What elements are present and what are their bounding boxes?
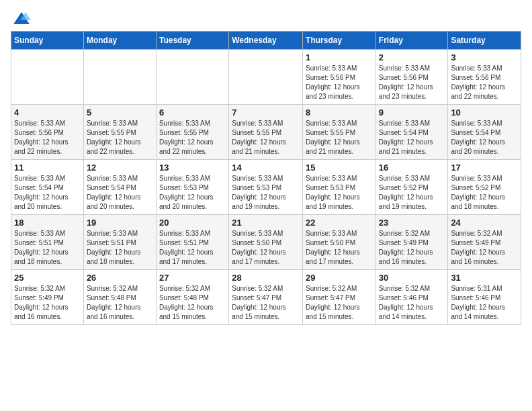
logo-icon	[12, 11, 31, 26]
calendar-cell	[229, 50, 303, 105]
calendar-cell: 2Sunrise: 5:33 AM Sunset: 5:56 PM Daylig…	[375, 50, 448, 105]
day-info: Sunrise: 5:33 AM Sunset: 5:54 PM Dayligh…	[379, 119, 445, 156]
day-number: 15	[306, 163, 373, 173]
day-number: 20	[159, 218, 226, 228]
calendar-cell: 27Sunrise: 5:32 AM Sunset: 5:48 PM Dayli…	[156, 270, 228, 325]
calendar-cell: 8Sunrise: 5:33 AM Sunset: 5:55 PM Daylig…	[303, 105, 376, 160]
day-number: 9	[379, 107, 445, 118]
day-info: Sunrise: 5:33 AM Sunset: 5:55 PM Dayligh…	[87, 119, 153, 156]
calendar-cell: 15Sunrise: 5:33 AM Sunset: 5:53 PM Dayli…	[303, 160, 376, 215]
calendar-cell: 17Sunrise: 5:33 AM Sunset: 5:52 PM Dayli…	[448, 160, 521, 215]
day-info: Sunrise: 5:33 AM Sunset: 5:50 PM Dayligh…	[306, 229, 373, 267]
day-info: Sunrise: 5:33 AM Sunset: 5:53 PM Dayligh…	[232, 174, 300, 212]
day-info: Sunrise: 5:33 AM Sunset: 5:53 PM Dayligh…	[159, 174, 226, 212]
weekday-header-wednesday: Wednesday	[229, 32, 303, 50]
day-info: Sunrise: 5:33 AM Sunset: 5:50 PM Dayligh…	[232, 229, 300, 267]
calendar-week-2: 4Sunrise: 5:33 AM Sunset: 5:56 PM Daylig…	[11, 105, 521, 160]
day-info: Sunrise: 5:33 AM Sunset: 5:56 PM Dayligh…	[306, 64, 373, 101]
calendar-cell: 26Sunrise: 5:32 AM Sunset: 5:48 PM Dayli…	[83, 270, 156, 325]
day-number: 17	[451, 163, 518, 173]
calendar-cell	[156, 50, 228, 105]
day-number: 8	[306, 107, 373, 118]
day-number: 21	[232, 218, 300, 228]
weekday-header-saturday: Saturday	[448, 32, 521, 50]
day-number: 13	[159, 163, 226, 173]
calendar-cell	[11, 50, 84, 105]
calendar-cell: 11Sunrise: 5:33 AM Sunset: 5:54 PM Dayli…	[11, 160, 84, 215]
day-info: Sunrise: 5:33 AM Sunset: 5:54 PM Dayligh…	[451, 119, 518, 156]
day-number: 18	[14, 218, 81, 228]
day-info: Sunrise: 5:33 AM Sunset: 5:53 PM Dayligh…	[306, 174, 373, 212]
day-number: 1	[306, 52, 373, 62]
calendar-cell: 5Sunrise: 5:33 AM Sunset: 5:55 PM Daylig…	[83, 105, 156, 160]
calendar-cell: 12Sunrise: 5:33 AM Sunset: 5:54 PM Dayli…	[83, 160, 156, 215]
calendar-cell	[83, 50, 156, 105]
weekday-header-monday: Monday	[83, 32, 156, 50]
day-number: 12	[87, 163, 153, 173]
page-header	[11, 11, 521, 26]
weekday-header-friday: Friday	[375, 32, 448, 50]
day-info: Sunrise: 5:33 AM Sunset: 5:56 PM Dayligh…	[451, 64, 518, 101]
day-info: Sunrise: 5:33 AM Sunset: 5:51 PM Dayligh…	[14, 229, 81, 267]
day-number: 25	[14, 273, 81, 283]
logo	[11, 11, 31, 26]
calendar-cell: 29Sunrise: 5:32 AM Sunset: 5:47 PM Dayli…	[303, 270, 376, 325]
day-number: 7	[232, 107, 300, 118]
day-info: Sunrise: 5:33 AM Sunset: 5:52 PM Dayligh…	[451, 174, 518, 212]
day-number: 19	[87, 218, 153, 228]
day-number: 29	[306, 273, 373, 283]
day-number: 2	[379, 52, 445, 62]
day-number: 11	[14, 163, 81, 173]
day-number: 28	[232, 273, 300, 283]
day-info: Sunrise: 5:32 AM Sunset: 5:47 PM Dayligh…	[306, 284, 373, 322]
calendar-cell: 1Sunrise: 5:33 AM Sunset: 5:56 PM Daylig…	[303, 50, 376, 105]
calendar-week-5: 25Sunrise: 5:32 AM Sunset: 5:49 PM Dayli…	[11, 270, 521, 325]
day-info: Sunrise: 5:32 AM Sunset: 5:47 PM Dayligh…	[232, 284, 300, 322]
calendar-table: SundayMondayTuesdayWednesdayThursdayFrid…	[11, 31, 521, 325]
calendar-cell: 16Sunrise: 5:33 AM Sunset: 5:52 PM Dayli…	[375, 160, 448, 215]
day-number: 26	[87, 273, 153, 283]
day-number: 30	[379, 273, 445, 283]
calendar-cell: 31Sunrise: 5:31 AM Sunset: 5:46 PM Dayli…	[448, 270, 521, 325]
day-info: Sunrise: 5:33 AM Sunset: 5:51 PM Dayligh…	[159, 229, 226, 267]
day-info: Sunrise: 5:33 AM Sunset: 5:55 PM Dayligh…	[159, 119, 226, 156]
calendar-cell: 18Sunrise: 5:33 AM Sunset: 5:51 PM Dayli…	[11, 215, 84, 270]
day-info: Sunrise: 5:33 AM Sunset: 5:55 PM Dayligh…	[306, 119, 373, 156]
day-info: Sunrise: 5:32 AM Sunset: 5:49 PM Dayligh…	[14, 284, 81, 322]
calendar-cell: 13Sunrise: 5:33 AM Sunset: 5:53 PM Dayli…	[156, 160, 228, 215]
calendar-cell: 7Sunrise: 5:33 AM Sunset: 5:55 PM Daylig…	[229, 105, 303, 160]
day-info: Sunrise: 5:32 AM Sunset: 5:48 PM Dayligh…	[87, 284, 153, 322]
calendar-cell: 20Sunrise: 5:33 AM Sunset: 5:51 PM Dayli…	[156, 215, 228, 270]
day-info: Sunrise: 5:33 AM Sunset: 5:52 PM Dayligh…	[379, 174, 445, 212]
day-info: Sunrise: 5:33 AM Sunset: 5:51 PM Dayligh…	[87, 229, 153, 267]
calendar-cell: 28Sunrise: 5:32 AM Sunset: 5:47 PM Dayli…	[229, 270, 303, 325]
day-number: 27	[159, 273, 226, 283]
calendar-cell: 24Sunrise: 5:32 AM Sunset: 5:49 PM Dayli…	[448, 215, 521, 270]
calendar-cell: 30Sunrise: 5:32 AM Sunset: 5:46 PM Dayli…	[375, 270, 448, 325]
day-number: 23	[379, 218, 445, 228]
weekday-header-thursday: Thursday	[303, 32, 376, 50]
calendar-cell: 6Sunrise: 5:33 AM Sunset: 5:55 PM Daylig…	[156, 105, 228, 160]
calendar-cell: 3Sunrise: 5:33 AM Sunset: 5:56 PM Daylig…	[448, 50, 521, 105]
day-info: Sunrise: 5:33 AM Sunset: 5:55 PM Dayligh…	[232, 119, 300, 156]
calendar-cell: 23Sunrise: 5:32 AM Sunset: 5:49 PM Dayli…	[375, 215, 448, 270]
calendar-cell: 14Sunrise: 5:33 AM Sunset: 5:53 PM Dayli…	[229, 160, 303, 215]
day-number: 6	[159, 107, 226, 118]
day-number: 14	[232, 163, 300, 173]
calendar-week-1: 1Sunrise: 5:33 AM Sunset: 5:56 PM Daylig…	[11, 50, 521, 105]
day-info: Sunrise: 5:32 AM Sunset: 5:48 PM Dayligh…	[159, 284, 226, 322]
day-number: 3	[451, 52, 518, 62]
day-number: 31	[451, 273, 518, 283]
day-info: Sunrise: 5:33 AM Sunset: 5:56 PM Dayligh…	[379, 64, 445, 101]
day-number: 5	[87, 107, 153, 118]
weekday-header-sunday: Sunday	[11, 32, 84, 50]
calendar-week-3: 11Sunrise: 5:33 AM Sunset: 5:54 PM Dayli…	[11, 160, 521, 215]
calendar-cell: 10Sunrise: 5:33 AM Sunset: 5:54 PM Dayli…	[448, 105, 521, 160]
weekday-header-row: SundayMondayTuesdayWednesdayThursdayFrid…	[11, 32, 521, 50]
calendar-cell: 9Sunrise: 5:33 AM Sunset: 5:54 PM Daylig…	[375, 105, 448, 160]
day-info: Sunrise: 5:33 AM Sunset: 5:56 PM Dayligh…	[14, 119, 81, 156]
calendar-cell: 25Sunrise: 5:32 AM Sunset: 5:49 PM Dayli…	[11, 270, 84, 325]
day-number: 10	[451, 107, 518, 118]
day-number: 22	[306, 218, 373, 228]
calendar-cell: 21Sunrise: 5:33 AM Sunset: 5:50 PM Dayli…	[229, 215, 303, 270]
